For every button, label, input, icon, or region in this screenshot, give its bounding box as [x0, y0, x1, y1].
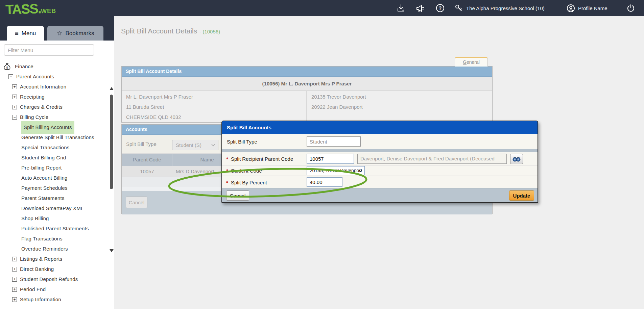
sidebar-item-label: Student Deposit Refunds [20, 274, 78, 284]
expand-plus-icon[interactable]: + [12, 84, 17, 89]
sidebar-item[interactable]: Special Transactions [0, 143, 109, 153]
split-bill-type-input[interactable] [307, 136, 361, 147]
sidebar: $Finance−Parent Accounts+Account Informa… [0, 41, 114, 309]
chevron-down-icon [211, 144, 215, 147]
cell-name: Mrs D Davenport [172, 166, 214, 177]
svg-text:$: $ [6, 66, 8, 69]
sidebar-item-label: Charges & Credits [20, 102, 63, 112]
expand-plus-icon[interactable]: + [12, 277, 17, 282]
collapse-minus-icon[interactable]: − [8, 74, 13, 79]
modal-cancel-button[interactable]: Cancel [226, 190, 249, 201]
sidebar-item-label: Split Billing Accounts [21, 121, 74, 134]
split-recipient-parent-code-input[interactable] [307, 154, 354, 164]
expand-plus-icon[interactable]: + [12, 257, 17, 261]
sidebar-item[interactable]: +Charges & Credits [0, 102, 109, 112]
school-selector[interactable]: The Alpha Progressive School (10) [454, 0, 545, 16]
download-icon-svg [397, 4, 405, 12]
sidebar-item-label: Pre-billing Report [21, 163, 62, 173]
sidebar-tree: $Finance−Parent Accounts+Account Informa… [0, 61, 109, 305]
sidebar-item[interactable]: Auto Account Billing [0, 173, 109, 183]
help-icon[interactable]: ? [435, 3, 445, 13]
modal-row-split-recipient: * Split Recipient Parent Code Davenport,… [222, 152, 538, 165]
required-marker: * [226, 156, 228, 162]
sidebar-item[interactable]: Download SmartaPay XML [0, 203, 109, 213]
expand-plus-icon[interactable]: + [12, 95, 17, 99]
tab-menu[interactable]: ≡ Menu [7, 26, 44, 41]
sidebar-item[interactable]: +Listings & Reports [0, 254, 109, 264]
sidebar-item[interactable]: Published Parent Statements [0, 224, 109, 234]
parent-search-button[interactable] [510, 154, 523, 164]
student-code-label: Student Code [231, 168, 262, 174]
expand-plus-icon[interactable]: + [12, 105, 17, 109]
scrollbar-up-arrow-icon[interactable] [110, 87, 114, 90]
student-code-value: 20135, Trevor Davenport [310, 168, 362, 173]
tab-bookmarks[interactable]: ☆ Bookmarks [47, 26, 103, 41]
sidebar-item[interactable]: Pre-billing Report [0, 163, 109, 173]
general-tab-label: eneral [467, 59, 480, 65]
sidebar-item[interactable]: Student Billing Grid [0, 153, 109, 163]
sidebar-item[interactable]: Split Billing Accounts [0, 122, 109, 132]
profile-menu[interactable]: Profile Name [567, 0, 607, 16]
cell-parent-code: 10057 [122, 166, 172, 177]
column-divider [306, 91, 307, 122]
sidebar-item[interactable]: +Setup Information [0, 294, 109, 305]
profile-icon [567, 4, 575, 12]
sidebar-item[interactable]: +Direct Banking [0, 264, 109, 274]
details-panel-header: Split Bill Account Details [122, 67, 492, 77]
split-recipient-parent-code-label: Split Recipient Parent Code [231, 156, 293, 162]
collapse-minus-icon[interactable]: − [12, 115, 17, 120]
required-marker: * [226, 168, 228, 174]
split-bill-account-details-panel: Split Bill Account Details (10056) Mr L.… [121, 66, 493, 123]
sidebar-item-label: Generate Split Bill Transactions [21, 132, 94, 143]
student-code-select[interactable]: 20135, Trevor Davenport [307, 166, 365, 175]
menu-icon: ≡ [15, 30, 19, 37]
page-title: Split Bill Account Details- (10056) [121, 27, 220, 35]
page-title-code: - (10056) [199, 29, 220, 34]
split-bill-type-select-disabled: Student (S) [172, 140, 218, 150]
sidebar-item-label: Receipting [20, 92, 45, 102]
sidebar-item[interactable]: +Period End [0, 284, 109, 294]
sidebar-item[interactable]: Shop Billing [0, 213, 109, 224]
sidebar-item[interactable]: +Student Deposit Refunds [0, 274, 109, 284]
sidebar-item-label: Shop Billing [21, 213, 49, 224]
modal-footer: Cancel Update [222, 188, 538, 202]
sidebar-item[interactable]: Generate Split Bill Transactions [0, 132, 109, 143]
sidebar-item[interactable]: −Parent Accounts [0, 72, 109, 82]
money-bag-icon: $ [3, 62, 11, 71]
expand-plus-icon[interactable]: + [12, 287, 17, 292]
logout-icon[interactable] [626, 3, 636, 13]
sidebar-item[interactable]: Payment Schedules [0, 183, 109, 193]
expand-plus-icon[interactable]: + [12, 297, 17, 302]
modal-row-split-bill-type: Split Bill Type [222, 134, 538, 149]
sidebar-item[interactable]: Parent Statements [0, 193, 109, 203]
modal-separator-band [222, 149, 538, 152]
split-by-percent-label: Split By Percent [231, 179, 267, 185]
split-bill-type-label: Split Bill Type [227, 139, 257, 145]
sidebar-item-label: Download SmartaPay XML [21, 203, 84, 213]
col-parent-code: Parent Code [122, 154, 172, 166]
download-icon[interactable] [396, 3, 406, 13]
announcements-icon[interactable] [415, 3, 425, 13]
screen: TASS.WEB ? The Alpha Progressive School … [0, 0, 644, 309]
sidebar-item[interactable]: +Receipting [0, 92, 109, 102]
modal-update-button[interactable]: Update [509, 190, 534, 201]
filter-menu-input[interactable] [4, 44, 94, 56]
sidebar-item-label: Parent Accounts [16, 72, 54, 82]
sidebar-item-label: Payment Schedules [21, 183, 68, 193]
star-icon: ☆ [56, 29, 62, 37]
sidebar-item-label: Flag Transactions [21, 234, 63, 244]
modal-row-student-code: * Student Code 20135, Trevor Davenport [222, 165, 538, 176]
student-line: 20922 Jean Davenport [311, 102, 366, 112]
sidebar-item[interactable]: Flag Transactions [0, 234, 109, 244]
scrollbar-down-arrow-icon[interactable] [110, 249, 114, 252]
split-by-percent-input[interactable] [307, 177, 342, 187]
sidebar-item[interactable]: Overdue Reminders [0, 244, 109, 254]
expand-plus-icon[interactable]: + [12, 267, 17, 272]
sidebar-item[interactable]: +Account Information [0, 82, 109, 92]
scrollbar-thumb[interactable] [110, 95, 113, 189]
sidebar-item[interactable]: $Finance [0, 61, 109, 72]
accounts-cancel-button: Cancel [126, 197, 147, 208]
tab-general[interactable]: General [455, 57, 488, 67]
account-students: 20135 Trevor Davenport 20922 Jean Davenp… [311, 92, 366, 112]
sidebar-item-label: Listings & Reports [20, 254, 62, 264]
